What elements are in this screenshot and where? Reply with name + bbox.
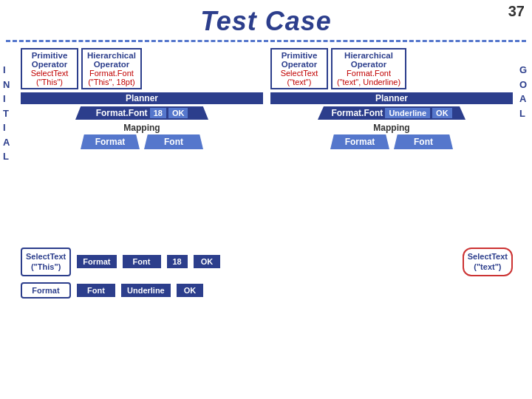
sidebar-letter-i1: I xyxy=(3,63,10,78)
bottom-select-text-left: SelectText ("This") xyxy=(21,248,71,276)
right-mapping-section: Mapping Format Font xyxy=(270,123,513,149)
sidebar-letter-t: T xyxy=(3,106,10,121)
left-mapping-font: Font xyxy=(144,134,203,149)
right-mapping-row: Format Font xyxy=(270,134,513,149)
sidebar-letter-i2: I xyxy=(3,92,10,106)
right-primitive-title: Primitive xyxy=(276,51,322,60)
right-primitive-value1: SelectText xyxy=(276,69,322,78)
bottom-select-text-right: SelectText ("text") xyxy=(463,248,513,276)
bottom-select-text-left-line2: ("This") xyxy=(26,262,66,272)
left-hier-value1: Format.Font xyxy=(87,69,136,78)
page-title: Test Case xyxy=(0,0,532,37)
sidebar-letter-i3: I xyxy=(3,120,10,135)
right-hier-value1: Format.Font xyxy=(337,69,400,78)
left-planner-ok: OK xyxy=(168,108,188,118)
left-mapping-label: Mapping xyxy=(21,123,263,133)
left-planner-box2: 18 xyxy=(150,108,166,118)
left-primitive-value1: SelectText xyxy=(27,69,72,78)
right-planner-label: Planner xyxy=(270,92,513,104)
bottom-font-btn[interactable]: Font xyxy=(123,255,161,268)
right-primitive-value2: ("text") xyxy=(276,78,322,86)
sidebar-initial-label: I N I T I A L xyxy=(3,63,10,164)
goal-letter-a: A xyxy=(519,92,528,106)
right-mapping-label: Mapping xyxy=(270,123,513,133)
right-hierarchical-operator-box: Hierarchical Operator Format.Font ("text… xyxy=(331,48,406,89)
left-hier-subtitle: Operator xyxy=(87,60,136,69)
right-mapping-format: Format xyxy=(330,134,389,149)
left-column: Primitive Operator SelectText ("This") H… xyxy=(21,48,263,240)
bottom-row2-underline[interactable]: Underline xyxy=(121,284,171,297)
right-hier-title: Hierarchical xyxy=(337,51,400,60)
left-hierarchical-operator-box: Hierarchical Operator Format.Font ("This… xyxy=(81,48,142,89)
right-primitive-operator-box: Primitive Operator SelectText ("text") xyxy=(270,48,328,89)
goal-letter-l: L xyxy=(519,106,528,121)
bottom-18-btn[interactable]: 18 xyxy=(167,255,188,268)
right-mapping-font: Font xyxy=(394,134,453,149)
left-primitive-value2: ("This") xyxy=(27,78,72,86)
right-planner-box1: Format.Font xyxy=(331,108,383,118)
divider-line xyxy=(6,40,526,42)
right-planner-box2: Underline xyxy=(385,108,430,118)
right-planner-row: Format.Font Underline OK xyxy=(318,106,466,120)
bottom-row2-format[interactable]: Format xyxy=(21,282,71,299)
left-planner-row: Format.Font 18 OK xyxy=(75,106,208,120)
left-primitive-subtitle: Operator xyxy=(27,60,72,69)
left-mapping-section: Mapping Format Font xyxy=(21,123,263,149)
sidebar-letter-n: N xyxy=(3,78,10,92)
right-hier-value2: ("text", Underline) xyxy=(337,78,400,86)
bottom-row2-ok[interactable]: OK xyxy=(177,284,204,297)
left-mapping-row: Format Font xyxy=(21,134,263,149)
goal-letter-g: G xyxy=(519,63,528,78)
left-planner-label: Planner xyxy=(21,92,263,104)
left-primitive-title: Primitive xyxy=(27,51,72,60)
bottom-format-btn[interactable]: Format xyxy=(77,255,116,268)
bottom-ok-btn[interactable]: OK xyxy=(194,255,221,268)
right-hier-subtitle: Operator xyxy=(337,60,400,69)
bottom-select-text-left-line1: SelectText xyxy=(26,251,66,262)
left-planner-section: Planner Format.Font 18 OK xyxy=(21,92,263,120)
right-primitive-subtitle: Operator xyxy=(276,60,322,69)
left-mapping-format: Format xyxy=(81,134,140,149)
right-planner-section: Planner Format.Font Underline OK xyxy=(270,92,513,120)
bottom-row2-font[interactable]: Font xyxy=(77,284,115,297)
sidebar-letter-a: A xyxy=(3,135,10,150)
upper-area: Primitive Operator SelectText ("This") H… xyxy=(21,48,513,240)
right-planner-ok: OK xyxy=(432,108,452,118)
left-planner-box1: Format.Font xyxy=(96,108,148,118)
sidebar-letter-l: L xyxy=(3,149,10,164)
goal-letter-o: O xyxy=(519,78,528,92)
bottom-select-text-right-line2: ("text") xyxy=(468,262,508,272)
page-number: 37 xyxy=(508,3,525,20)
left-hier-value2: ("This", 18pt) xyxy=(87,78,136,86)
left-primitive-operator-box: Primitive Operator SelectText ("This") xyxy=(21,48,78,89)
left-hier-title: Hierarchical xyxy=(87,51,136,60)
bottom-select-text-right-line1: SelectText xyxy=(468,251,508,262)
goal-label: G O A L xyxy=(519,63,528,120)
right-column: Primitive Operator SelectText ("text") H… xyxy=(270,48,513,240)
lower-area: SelectText ("This") Format Font 18 OK Se… xyxy=(21,248,513,395)
